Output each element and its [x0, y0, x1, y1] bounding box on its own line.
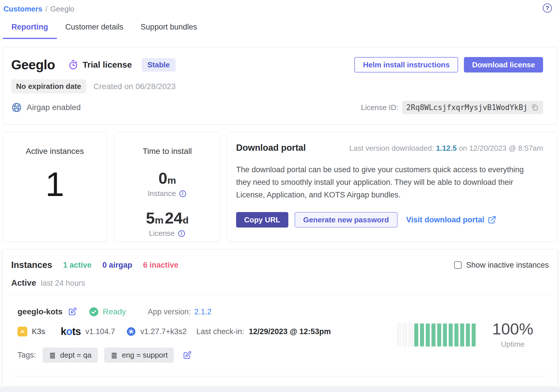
tags-label: Tags:: [18, 351, 36, 360]
uptime-bars: [397, 324, 476, 346]
uptime-bar: [454, 324, 458, 346]
tag-label: eng = support: [122, 351, 168, 360]
tag-pill[interactable]: eng = support: [104, 348, 174, 363]
uptime-bar: [403, 324, 407, 346]
customer-reporting-page: Customers / Geeglo ? Reporting Customer …: [0, 0, 560, 392]
last-checkin-label: Last check-in:: [197, 327, 244, 336]
page-background-strip: [0, 387, 560, 392]
channel-badge: Stable: [142, 58, 176, 72]
last-version-link[interactable]: 1.12.5: [436, 144, 457, 152]
breadcrumb-customers-link[interactable]: Customers: [3, 5, 42, 13]
app-version-label: App version:: [148, 307, 191, 316]
tab-support-bundles[interactable]: Support bundles: [132, 23, 206, 39]
instance-row: geeglo-kots: [11, 295, 549, 376]
kots-logo: kots: [61, 326, 81, 337]
last-version-downloaded: Last version downloaded: 1.12.5 on 12/20…: [349, 144, 543, 153]
tab-reporting[interactable]: Reporting: [3, 23, 57, 39]
kots-logo-o: o: [66, 326, 72, 337]
info-icon[interactable]: [178, 230, 186, 238]
uptime-bar: [460, 324, 464, 346]
instance-name: geeglo-kots: [18, 307, 63, 316]
active-instances-card: Active instances 1: [2, 132, 107, 242]
license-type: Trial license: [68, 59, 132, 70]
uptime-bar: [431, 324, 435, 346]
airgap-count[interactable]: 0 airgap: [102, 261, 132, 270]
last-checkin-value: 12/29/2023 @ 12:53pm: [249, 327, 331, 336]
uptime-bar: [449, 324, 453, 346]
check-circle-icon: [89, 307, 99, 317]
kots-logo-k: k: [61, 326, 66, 337]
instance-status-label: Ready: [103, 307, 126, 316]
tag-lines-icon: [49, 352, 56, 359]
visit-download-portal-link[interactable]: Visit download portal: [406, 215, 497, 224]
kubernetes-version: v1.27.7+k3s2: [140, 327, 186, 336]
active-section-label: Active: [11, 278, 36, 288]
license-id-value: 2Rq8WLcsjfxqrMysjvB1WodYkBj: [402, 101, 543, 114]
uptime-bar: [420, 324, 424, 346]
instances-card: Instances 1 active 0 airgap 6 inactive S…: [2, 249, 558, 387]
instance-status: Ready: [89, 307, 126, 317]
instance-install-label: Instance: [148, 189, 176, 198]
instance-install-value: 0: [158, 169, 167, 187]
tag-lines-icon: [110, 352, 118, 359]
breadcrumb-current: Geeglo: [50, 5, 74, 13]
help-icon[interactable]: ?: [543, 3, 552, 13]
active-instances-value: 1: [3, 167, 107, 201]
time-to-install-title: Time to install: [114, 147, 220, 156]
download-portal-card: Download portal Last version downloaded:…: [227, 132, 558, 242]
tab-customer-details[interactable]: Customer details: [57, 23, 132, 39]
kots-logo-ts: ts: [72, 326, 81, 337]
license-id-label: License ID:: [361, 103, 398, 112]
license-install-time: 5m 24d: [114, 210, 220, 226]
license-install-unit2: d: [183, 215, 189, 226]
uptime-stat: 100% Uptime: [492, 321, 533, 349]
tag-label: dept = qa: [60, 351, 92, 360]
copy-icon[interactable]: [531, 103, 539, 111]
instance-install-unit: m: [167, 175, 176, 186]
instances-title: Instances: [11, 260, 52, 270]
breadcrumb-separator: /: [45, 5, 47, 13]
helm-install-instructions-button[interactable]: Helm install instructions: [354, 57, 458, 72]
app-version-link[interactable]: 2.1.2: [194, 307, 211, 316]
tag-pill[interactable]: dept = qa: [42, 348, 98, 363]
globe-slash-icon: [11, 102, 22, 113]
license-install-label-row: License: [114, 229, 220, 238]
show-inactive-toggle: Show inactive instances: [454, 261, 549, 270]
show-inactive-checkbox[interactable]: [454, 261, 462, 269]
license-id-group: License ID: 2Rq8WLcsjfxqrMysjvB1WodYkBj: [361, 101, 543, 114]
active-section-sublabel: last 24 hours: [41, 279, 85, 288]
visit-portal-label: Visit download portal: [406, 215, 485, 224]
breadcrumb: Customers / Geeglo: [0, 0, 560, 13]
inactive-count[interactable]: 6 inactive: [143, 261, 178, 270]
edit-instance-name-icon[interactable]: [68, 307, 77, 316]
customer-name: Geeglo: [11, 57, 55, 72]
uptime-percentage: 100%: [492, 321, 533, 337]
expiration-badge: No expiration date: [11, 79, 86, 93]
stats-row: Active instances 1 Time to install 0m In…: [2, 132, 558, 242]
kubernetes-icon: [127, 327, 136, 336]
distribution-label: K3s: [32, 327, 45, 336]
last-version-date: on 12/20/2023 @ 8:57am: [459, 144, 543, 152]
uptime-bar: [409, 324, 413, 346]
download-portal-description: The download portal can be used to give …: [236, 163, 540, 201]
show-inactive-label: Show inactive instances: [466, 261, 549, 270]
uptime-bar: [472, 324, 476, 346]
airgap-status: Airgap enabled: [11, 102, 81, 113]
info-icon[interactable]: [179, 190, 187, 198]
uptime-bar: [466, 324, 470, 346]
k3s-icon: [18, 327, 27, 336]
uptime-bar: [397, 324, 401, 346]
generate-new-password-button[interactable]: Generate new password: [295, 212, 398, 228]
instance-install-label-row: Instance: [114, 189, 220, 198]
download-license-button[interactable]: Download license: [464, 57, 543, 72]
created-date: Created on 06/28/2023: [94, 82, 176, 91]
tab-bar: Reporting Customer details Support bundl…: [0, 23, 560, 39]
last-version-label: Last version downloaded:: [349, 144, 434, 152]
time-to-install-card: Time to install 0m Instance 5m 24d Licen…: [114, 132, 220, 242]
kots-version: v1.104.7: [85, 327, 115, 336]
edit-tags-icon[interactable]: [182, 351, 192, 360]
uptime-label: Uptime: [492, 340, 533, 349]
copy-url-button[interactable]: Copy URL: [236, 212, 288, 228]
active-count[interactable]: 1 active: [63, 261, 92, 270]
license-id-text: 2Rq8WLcsjfxqrMysjvB1WodYkBj: [406, 103, 528, 112]
